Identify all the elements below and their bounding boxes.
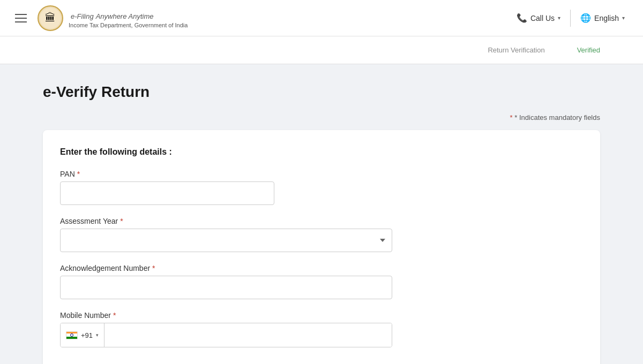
emblem-icon: 🏛 (38, 5, 63, 31)
mandatory-note: * * Indicates mandatory fields (43, 113, 600, 122)
site-header: 🏛 e-FilingAnywhere Anytime Income Tax De… (0, 0, 643, 36)
logo-area: 🏛 e-FilingAnywhere Anytime Income Tax De… (38, 5, 188, 31)
acknowledgement-number-group: Acknowledgement Number * (60, 264, 583, 299)
form-section-title: Enter the following details : (60, 147, 583, 157)
globe-icon: 🌐 (580, 13, 591, 23)
mobile-number-group: Mobile Number * +91 ▾ (60, 311, 583, 347)
mobile-input-group: +91 ▾ (60, 323, 392, 347)
assessment-year-select[interactable]: 2023-24 2022-23 2021-22 2020-21 (60, 229, 392, 252)
hamburger-menu[interactable] (13, 12, 29, 25)
pan-input[interactable] (60, 181, 274, 205)
header-divider (570, 10, 571, 27)
pan-group: PAN * (60, 170, 583, 205)
header-left: 🏛 e-FilingAnywhere Anytime Income Tax De… (13, 5, 188, 31)
acknowledgement-number-input[interactable] (60, 276, 392, 299)
brand-title: e-FilingAnywhere Anytime (69, 8, 188, 22)
pan-label: PAN * (60, 170, 583, 178)
country-code-label: +91 (81, 331, 93, 339)
progress-step-verification: Return Verification (488, 46, 544, 54)
country-code-chevron: ▾ (96, 332, 99, 338)
acknowledgement-required-star: * (152, 264, 155, 272)
brand-text: e-FilingAnywhere Anytime Income Tax Depa… (69, 8, 188, 28)
call-us-chevron: ▾ (558, 15, 560, 21)
assessment-year-label: Assessment Year * (60, 217, 583, 225)
phone-icon: 📞 (517, 13, 527, 23)
page-title: e-Verify Return (43, 84, 600, 101)
india-flag-icon (66, 331, 78, 339)
progress-step-verified: Verified (577, 46, 600, 54)
main-content: e-Verify Return * * Indicates mandatory … (0, 64, 643, 364)
language-chevron: ▾ (622, 15, 625, 21)
call-us-button[interactable]: 📞 Call Us ▾ (511, 10, 566, 26)
mobile-number-label: Mobile Number * (60, 311, 583, 320)
pan-required-star: * (77, 170, 80, 178)
form-card: Enter the following details : PAN * Asse… (43, 130, 600, 364)
brand-subtitle: Income Tax Department, Government of Ind… (69, 22, 188, 28)
language-selector[interactable]: 🌐 English ▾ (575, 10, 630, 26)
mobile-number-input[interactable] (104, 323, 392, 347)
acknowledgement-number-label: Acknowledgement Number * (60, 264, 583, 272)
progress-bar: Return Verification Verified (0, 36, 643, 64)
assessment-year-group: Assessment Year * 2023-24 2022-23 2021-2… (60, 217, 583, 252)
country-code-selector[interactable]: +91 ▾ (61, 323, 104, 347)
mobile-required-star: * (113, 311, 116, 320)
assessment-year-required-star: * (120, 217, 123, 225)
header-right: 📞 Call Us ▾ 🌐 English ▾ (511, 10, 630, 27)
